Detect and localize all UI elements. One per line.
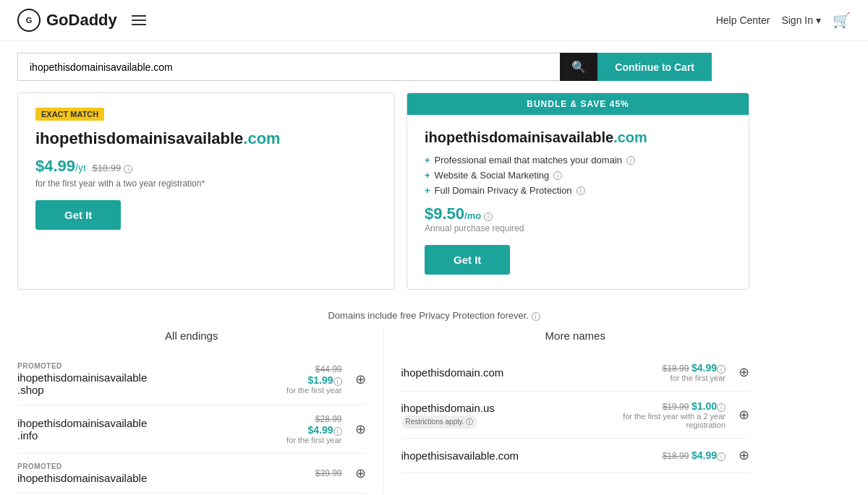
help-center-link[interactable]: Help Center: [716, 14, 770, 26]
more-names-title: More names: [401, 330, 750, 342]
search-button[interactable]: 🔍: [560, 53, 597, 81]
listing-right-domain-us: $19.99 $1.00i for the first year with a …: [623, 400, 749, 429]
plus-icon: +: [425, 185, 430, 196]
restriction-badge: Restrictions apply. ⓘ: [401, 416, 478, 429]
bundle-features: + Professional email that matches your d…: [425, 155, 731, 196]
listing-price-ihopethisisavailable-com: $18.99 $4.99i: [663, 449, 726, 461]
domain-base: ihopethisdomainisavailable: [35, 129, 243, 147]
price-note: for the first year: [286, 386, 341, 395]
old-price: $19.99: [663, 402, 689, 412]
add-to-cart-domain-us[interactable]: ⊕: [739, 407, 749, 423]
new-price: $1.99: [307, 374, 333, 386]
plus-icon: +: [425, 155, 430, 165]
feature-label: Website & Social Marketing: [435, 170, 550, 181]
old-price: $18.99: [663, 451, 689, 461]
bundle-feature-email: + Professional email that matches your d…: [425, 155, 731, 165]
add-to-cart-ihopethisisavailable-com[interactable]: ⊕: [739, 447, 749, 463]
price-info-icon: i: [717, 403, 726, 412]
logo: G GoDaddy: [17, 9, 117, 32]
price-info-icon: i: [333, 427, 342, 436]
continue-to-cart-button[interactable]: Continue to Cart: [597, 53, 712, 81]
promoted-label: PROMOTED: [17, 462, 147, 470]
info-icon-social: i: [553, 171, 562, 180]
price-unit: /yr: [75, 162, 87, 173]
price-original: $18.99: [93, 163, 122, 173]
logo-text: GoDaddy: [46, 11, 117, 30]
bundle-header: BUNDLE & SAVE 45%: [407, 93, 749, 115]
search-icon: 🔍: [571, 61, 586, 73]
info-icon-email: i: [626, 156, 635, 165]
exact-match-card: EXACT MATCH ihopethisdomainisavailable.c…: [17, 92, 395, 290]
header-left: G GoDaddy: [17, 9, 146, 32]
price-note: for the first year: [663, 374, 726, 382]
all-endings-title: All endings: [17, 330, 366, 342]
add-to-cart-promoted2[interactable]: ⊕: [355, 465, 366, 481]
bundle-price-row: $9.50/mo i: [425, 205, 731, 223]
listing-right-info: $28.99 $4.99i for the first year ⊕: [286, 414, 365, 444]
header: G GoDaddy Help Center Sign In ▾ 🛒: [0, 0, 868, 41]
listing-right-ihopethisisavailable-com: $18.99 $4.99i ⊕: [663, 447, 749, 463]
bundle-info-icon: i: [484, 212, 493, 221]
hamburger-line: [132, 24, 146, 25]
sign-in-label: Sign In: [781, 14, 813, 26]
new-price: $4.99: [692, 362, 717, 374]
add-to-cart-shop[interactable]: ⊕: [355, 371, 366, 387]
new-price: $1.00: [692, 400, 717, 412]
old-price: $39.99: [315, 468, 342, 478]
price-note: for the first year with a two year regis…: [35, 178, 377, 189]
listing-right-domain-com: $18.99 $4.99i for the first year ⊕: [663, 362, 749, 382]
listing-price-shop: $44.99 $1.99i for the first year: [286, 364, 341, 395]
exact-match-badge: EXACT MATCH: [35, 108, 104, 121]
bundle-body: ihopethisdomainisavailable.com + Profess…: [407, 115, 749, 289]
sign-in-button[interactable]: Sign In ▾: [781, 14, 821, 26]
price-info-icon: i: [124, 165, 132, 173]
listing-name-ihopethisisavailable-com: ihopethisisavailable.com: [401, 449, 519, 462]
listing-price-info: $28.99 $4.99i for the first year: [286, 414, 341, 444]
cards-section: EXACT MATCH ihopethisdomainisavailable.c…: [0, 92, 767, 301]
listings-section: All endings PROMOTED ihopethisdomainisav…: [0, 330, 767, 494]
feature-label: Professional email that matches your dom…: [435, 155, 622, 165]
bundle-domain: ihopethisdomainisavailable.com: [425, 129, 731, 146]
cart-icon[interactable]: 🛒: [833, 12, 851, 29]
bundle-feature-privacy: + Full Domain Privacy & Protection i: [425, 185, 731, 196]
listing-ihopethisisavailable-com: ihopethisisavailable.com $18.99 $4.99i ⊕: [401, 439, 750, 473]
privacy-info-icon: i: [532, 312, 540, 321]
all-endings: All endings PROMOTED ihopethisdomainisav…: [17, 330, 383, 494]
listing-promoted2: PROMOTED ihopethisdomainisavailable $39.…: [17, 454, 366, 494]
listing-price-domain-us: $19.99 $1.00i for the first year with a …: [623, 400, 726, 429]
listing-domain-us: ihopethisdomain.us Restrictions apply. ⓘ…: [401, 392, 750, 439]
price-main: $4.99: [35, 157, 75, 175]
get-it-button-bundle[interactable]: Get It: [425, 245, 510, 275]
listing-name-domain-us: ihopethisdomain.us Restrictions apply. ⓘ: [401, 402, 495, 429]
new-price: $4.99: [307, 424, 333, 436]
price-note: for the first year with a 2 yearregistra…: [623, 412, 726, 429]
privacy-note: Domains include free Privacy Protection …: [0, 301, 868, 330]
promoted-label: PROMOTED: [17, 362, 147, 370]
bundle-price: $9.50: [425, 205, 464, 223]
bundle-domain-base: ihopethisdomainisavailable: [425, 129, 613, 145]
info-icon-privacy: i: [576, 186, 585, 195]
old-price: $28.99: [286, 414, 341, 424]
add-to-cart-info[interactable]: ⊕: [355, 421, 366, 437]
listing-name-domain-com: ihopethisdomain.com: [401, 366, 504, 379]
feature-label: Full Domain Privacy & Protection: [435, 185, 572, 196]
more-names: More names ihopethisdomain.com $18.99 $4…: [383, 330, 750, 494]
get-it-button-exact[interactable]: Get It: [35, 200, 121, 230]
bundle-price-note: Annual purchase required: [425, 223, 731, 233]
exact-match-domain: ihopethisdomainisavailable.com: [35, 129, 377, 148]
godaddy-logo-icon: G: [17, 9, 41, 32]
domain-tld: .com: [243, 129, 280, 147]
price-info-icon: i: [717, 365, 726, 374]
listing-name-shop: PROMOTED ihopethisdomainisavailable.shop: [17, 362, 147, 396]
price-info-icon: i: [333, 377, 342, 386]
add-to-cart-domain-com[interactable]: ⊕: [739, 364, 749, 380]
hamburger-menu[interactable]: [132, 15, 146, 25]
bundle-price-unit: /mo: [464, 210, 481, 221]
search-input[interactable]: [17, 53, 560, 81]
search-section: 🔍 Continue to Cart: [0, 41, 868, 92]
listing-shop: PROMOTED ihopethisdomainisavailable.shop…: [17, 353, 366, 405]
hamburger-line: [132, 20, 146, 21]
listing-price-promoted2: $39.99: [315, 468, 342, 478]
listing-right-shop: $44.99 $1.99i for the first year ⊕: [286, 364, 365, 395]
search-bar: 🔍 Continue to Cart: [17, 53, 712, 81]
